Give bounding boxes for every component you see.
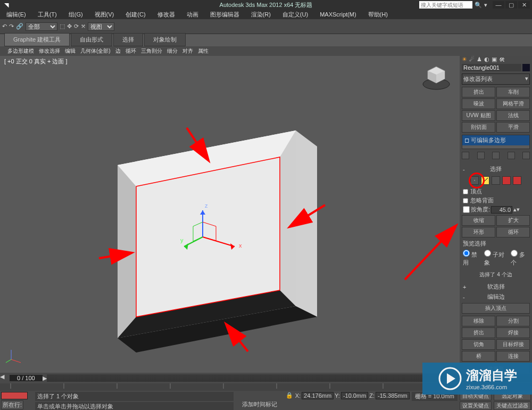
viewport-label[interactable]: [ +0 正交 0 真实 + 边面 ] <box>4 58 68 65</box>
pin-stack-icon[interactable] <box>462 152 469 159</box>
tab-graphite[interactable]: Graphite 建模工具 <box>4 33 70 46</box>
stack-item-editable-poly[interactable]: ◻ 可编辑多边形 <box>462 135 529 145</box>
check-angle[interactable] <box>463 206 470 213</box>
key-filter-button[interactable]: 关键点过滤器 <box>494 401 531 410</box>
macro-recorder[interactable] <box>1 392 28 399</box>
time-slider-right[interactable]: ▶ <box>43 375 47 382</box>
filter-select[interactable]: 全部 <box>26 22 57 31</box>
btn-smooth[interactable]: 平滑 <box>496 122 530 133</box>
set-key-button[interactable]: 设置关键点 <box>460 401 492 410</box>
menu-modifiers[interactable]: 修改器 <box>157 11 175 19</box>
menu-view[interactable]: 视图(V) <box>95 11 114 19</box>
make-unique-icon[interactable] <box>492 152 500 159</box>
menu-tools[interactable]: 工具(T) <box>38 11 57 19</box>
minimize-button[interactable]: — <box>493 1 504 9</box>
down-icon[interactable]: ▾ <box>484 2 487 9</box>
coord-y[interactable]: -10.0mm <box>341 392 368 399</box>
btn-normal[interactable]: 法线 <box>496 110 530 121</box>
add-time-marker[interactable]: 添加时间标记 <box>236 392 284 408</box>
angle-value[interactable]: 45.0 <box>491 206 512 214</box>
btn-noise[interactable]: 噪波 <box>462 99 495 109</box>
btn-extrude[interactable]: 挤出 <box>462 87 495 97</box>
coord-x[interactable]: 24.176mm <box>302 392 334 399</box>
sub-edit[interactable]: 编辑 <box>65 47 76 55</box>
tab-select[interactable]: 选择 <box>113 33 143 46</box>
btn-lathe[interactable]: 车削 <box>496 87 530 97</box>
show-end-result-icon[interactable] <box>477 152 485 159</box>
menu-create[interactable]: 创建(C) <box>126 11 145 19</box>
btn-remove[interactable]: 移除 <box>462 316 495 326</box>
undo-icon[interactable]: ↶ <box>2 23 7 30</box>
menu-edit[interactable]: 编辑(E) <box>6 11 26 19</box>
sub-modsel[interactable]: 修改选择 <box>39 47 60 55</box>
tab-freeform[interactable]: 自由形式 <box>71 33 112 46</box>
menu-group[interactable]: 组(G) <box>69 11 83 19</box>
radio-disable[interactable]: 禁用 <box>463 250 481 267</box>
display-panel-icon[interactable]: ▣ <box>492 56 497 63</box>
remove-mod-icon[interactable] <box>508 152 515 159</box>
btn-bridge[interactable]: 桥 <box>462 351 495 362</box>
btn-target-weld[interactable]: 目标焊接 <box>496 339 530 350</box>
rollout-softsel[interactable]: +软选择 <box>460 282 532 292</box>
configure-sets-icon[interactable] <box>522 152 530 159</box>
sub-loop[interactable]: 循环 <box>126 47 136 55</box>
check-vertex[interactable]: 顶点 <box>460 187 532 196</box>
tab-paint[interactable]: 对象绘制 <box>144 33 186 46</box>
menu-custom[interactable]: 自定义(U) <box>282 11 308 19</box>
btn-now[interactable]: 所在行: <box>1 400 23 409</box>
motion-panel-icon[interactable]: ◐ <box>484 56 489 63</box>
move-icon[interactable]: ✥ <box>67 23 72 30</box>
menu-help[interactable]: 帮助(H) <box>368 11 388 19</box>
btn-grow[interactable]: 扩大 <box>496 215 530 226</box>
btn-loop[interactable]: 循环 <box>496 227 530 237</box>
sub-subdiv[interactable]: 细分 <box>167 47 178 55</box>
spinner-icon[interactable]: ▴▾ <box>513 206 520 213</box>
sub-edge[interactable]: 边 <box>115 47 121 55</box>
subobj-element-icon[interactable] <box>513 176 521 185</box>
close-button[interactable]: ✕ <box>518 1 530 9</box>
btn-split[interactable]: 分割 <box>496 316 530 326</box>
sub-align[interactable]: 对齐 <box>182 47 193 55</box>
btn-insert-vertex[interactable]: 插入顶点 <box>462 303 530 314</box>
time-slider-handle[interactable]: ◀ <box>0 373 10 383</box>
btn-ring[interactable]: 环形 <box>462 227 495 237</box>
radio-multi[interactable]: 多个 <box>511 250 529 267</box>
create-panel-icon[interactable]: ☀ <box>462 56 467 63</box>
coord-z[interactable]: -15.385mm <box>376 392 410 399</box>
check-hideback[interactable]: 忽略背面 <box>460 196 532 205</box>
maximize-button[interactable]: ▢ <box>505 1 517 9</box>
object-color[interactable] <box>522 64 530 71</box>
search-icon[interactable]: 🔍 <box>475 2 482 9</box>
object-name-field[interactable]: Rectangle001 <box>462 64 521 71</box>
viewcube[interactable] <box>421 60 452 91</box>
sub-geomall[interactable]: 几何体(全部) <box>80 47 111 55</box>
menu-graph[interactable]: 图形编辑器 <box>210 11 239 19</box>
coord-select[interactable]: 视图 <box>88 22 114 31</box>
btn-meshsmooth[interactable]: 网格平滑 <box>496 99 530 109</box>
rollout-select-header[interactable]: - 选择 <box>460 164 532 174</box>
redo-icon[interactable]: ↷ <box>9 23 14 30</box>
sub-prop[interactable]: 属性 <box>198 47 209 55</box>
menu-maxscript[interactable]: MAXScript(M) <box>320 11 356 18</box>
search-input[interactable] <box>419 1 472 9</box>
modifier-stack[interactable]: ◻ 可编辑多边形 <box>462 135 530 149</box>
btn-connect[interactable]: 连接 <box>496 351 530 362</box>
lock-icon[interactable]: 🔒 <box>286 392 293 399</box>
rollout-editedge[interactable]: -编辑边 <box>460 292 532 302</box>
scale-icon[interactable]: ⤧ <box>81 23 86 30</box>
viewport[interactable]: [ +0 正交 0 真实 + 边面 ] <box>0 56 460 375</box>
subobj-border-icon[interactable] <box>492 176 500 185</box>
btn-uvw[interactable]: UVW 贴图 <box>462 110 495 121</box>
btn-weld[interactable]: 焊接 <box>496 327 530 338</box>
modifier-list[interactable]: 修改器列表▾ <box>462 73 530 85</box>
menu-render[interactable]: 渲染(R) <box>251 11 271 19</box>
btn-slice[interactable]: 剖切面 <box>462 122 495 133</box>
utilities-panel-icon[interactable]: 🛠 <box>499 56 505 63</box>
select-icon[interactable]: ⬚ <box>60 23 65 30</box>
radio-sub[interactable]: 子对象 <box>484 250 508 267</box>
rotate-icon[interactable]: ⟳ <box>74 23 79 30</box>
modify-panel-icon[interactable]: ☄ <box>469 56 475 63</box>
sub-polymodel[interactable]: 多边形建模 <box>7 47 34 55</box>
btn-shrink[interactable]: 收缩 <box>462 215 495 226</box>
link-icon[interactable]: 🔗 <box>16 23 23 30</box>
